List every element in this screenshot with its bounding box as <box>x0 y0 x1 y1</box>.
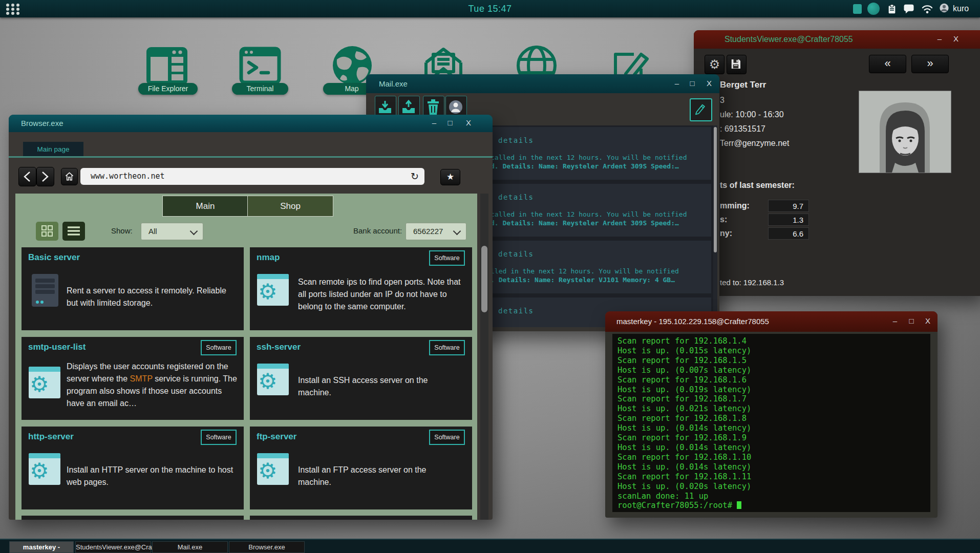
taskbar-item-browser[interactable]: Browser.exe <box>229 541 305 553</box>
chevron-right-icon <box>40 171 50 182</box>
home-icon <box>65 172 74 181</box>
taskbar-item-masterkey[interactable]: masterkey - <box>9 541 74 553</box>
shop-item-ssh-server[interactable]: ssh-server Software ⚙ Install an SSH acc… <box>250 337 472 420</box>
item-description: Displays the user accounts registered on… <box>67 354 241 416</box>
item-description: Rent a server to access it remotely. Rel… <box>67 268 236 326</box>
shop-item-smtp-user-list[interactable]: smtp-user-list Software ⚙ Displays the u… <box>22 337 244 420</box>
grade-label: s: <box>720 215 727 224</box>
browser-scrollbar[interactable] <box>480 194 488 520</box>
scrollbar-thumb[interactable] <box>481 246 487 312</box>
browser-title-bar[interactable]: Browser.exe – □ X <box>9 115 493 132</box>
taskbar-item-mail[interactable]: Mail.exe <box>152 541 228 553</box>
terminal-screen[interactable]: Scan report for 192.168.1.4 Host is up. … <box>612 334 930 512</box>
back-button[interactable] <box>18 167 36 186</box>
save-button[interactable] <box>727 55 747 74</box>
desktop: Tue 15:47 kuro <box>0 0 980 553</box>
mail-details-link[interactable]: details <box>498 193 534 201</box>
terminal-title-bar[interactable]: masterkey - 195.102.229.158@Crafter78055… <box>605 311 938 332</box>
next-student-button[interactable]: » <box>911 55 949 73</box>
home-button[interactable] <box>61 168 78 185</box>
browser-page: Main Shop Show: All Bank account: 656222… <box>15 194 477 520</box>
settings-button[interactable]: ⚙ <box>705 55 725 74</box>
students-title-bar[interactable]: StudentsViewer.exe@Crafter78055 – X <box>694 30 980 49</box>
page-tab-main[interactable]: Main <box>162 196 248 217</box>
mail-details-link[interactable]: details <box>498 250 534 258</box>
shop-item-nmap[interactable]: nmap Software ⚙ Scan remote ips to find … <box>250 247 472 330</box>
grade-value: 1.3 <box>768 214 809 226</box>
maximize-button[interactable]: □ <box>445 119 455 128</box>
outbox-icon <box>401 99 416 115</box>
software-badge: Software <box>429 430 465 445</box>
shop-item-basic-server[interactable]: Basic server Rent a server to access it … <box>22 247 244 330</box>
shop-item-ftp-server[interactable]: ftp-server Software ⚙ Install an FTP acc… <box>250 427 472 509</box>
mail-title-bar[interactable]: Mail.exe – □ X <box>366 74 719 93</box>
user-avatar-icon[interactable] <box>939 3 950 13</box>
minimize-button[interactable]: – <box>934 35 945 44</box>
maximize-button[interactable]: □ <box>687 79 697 89</box>
page-tab-shop[interactable]: Shop <box>247 196 333 217</box>
grid-view-button[interactable] <box>36 222 58 241</box>
taskbar-item-studentsviewer[interactable]: StudentsViewer.exe@Crafter <box>75 541 151 553</box>
refresh-button[interactable]: ↻ <box>407 168 422 185</box>
url-bar[interactable]: www.wortheon.net <box>80 168 424 185</box>
server-icon <box>32 274 58 307</box>
student-schedule: ule: 10:00 - 16:30 <box>720 110 784 119</box>
app-menu-icon[interactable] <box>6 4 20 15</box>
bookmark-button[interactable]: ★ <box>440 169 460 185</box>
clipboard-icon[interactable] <box>887 4 897 14</box>
grade-value: 9.7 <box>768 200 809 212</box>
mail-preview-line: d. Details: Name: Reysteler Ardent 309S … <box>491 219 679 227</box>
mail-preview-line: d. Details: Name: Reysteler Ardent 309S … <box>491 162 679 170</box>
software-icon: ⚙ <box>257 364 289 395</box>
show-filter-dropdown[interactable]: All <box>141 223 203 240</box>
mail-details-link[interactable]: details <box>498 136 534 144</box>
compose-button[interactable] <box>690 98 712 121</box>
window-title: StudentsViewer.exe@Crafter78055 <box>725 35 853 44</box>
window-title: Mail.exe <box>379 79 408 88</box>
close-button[interactable]: X <box>704 79 714 89</box>
clock: Tue 15:47 <box>0 0 980 17</box>
close-button[interactable]: X <box>463 119 474 128</box>
chat-icon[interactable] <box>903 4 915 14</box>
desktop-icon-terminal[interactable]: Terminal <box>236 41 285 92</box>
item-title: ftp-server <box>257 432 296 442</box>
minimize-button[interactable]: – <box>890 317 900 326</box>
scrollbar-thumb[interactable] <box>714 127 717 252</box>
close-button[interactable]: X <box>923 317 933 326</box>
minimize-button[interactable]: – <box>672 79 682 89</box>
bank-account-dropdown[interactable]: 6562227 <box>406 223 466 240</box>
forward-button[interactable] <box>36 167 54 186</box>
dropdown-value: All <box>148 223 157 240</box>
maximize-button[interactable]: □ <box>906 317 917 326</box>
mail-scrollbar[interactable] <box>713 125 717 327</box>
shop-item-http-server[interactable]: http-server Software ⚙ Install an HTTP s… <box>22 427 244 509</box>
mail-preview-line: . Details: Name: Reysteler VJ101 Memory:… <box>491 276 675 284</box>
software-icon: ⚙ <box>29 367 60 398</box>
mail-details-link[interactable]: details <box>498 307 534 315</box>
student-phone: : 691351517 <box>720 124 765 134</box>
software-badge: Software <box>201 340 237 355</box>
connection-status: ted to: 192.168.1.3 <box>720 278 784 287</box>
list-view-button[interactable] <box>62 222 85 241</box>
minimize-button[interactable]: – <box>429 119 439 128</box>
software-icon: ⚙ <box>257 453 289 485</box>
chevrons-left-icon: « <box>884 57 890 70</box>
refresh-icon: ↻ <box>411 171 419 182</box>
contact-avatar-icon <box>448 99 463 115</box>
chevron-down-icon <box>453 227 461 236</box>
prev-student-button[interactable]: « <box>869 55 906 73</box>
item-description: Install an FTP access server on the mach… <box>298 447 457 505</box>
software-icon: ⚙ <box>257 274 289 306</box>
trash-icon <box>426 99 440 115</box>
browser-tab[interactable]: Main page <box>23 142 83 157</box>
wifi-icon[interactable] <box>921 4 934 14</box>
top-bar: Tue 15:47 kuro <box>0 0 980 17</box>
desktop-icon-file-explorer[interactable]: File Explorer <box>142 41 191 92</box>
student-name: Berget Terr <box>720 80 766 90</box>
terminal-prompt[interactable]: root@Crafter78055:/root# <box>617 501 930 511</box>
students-viewer-window: StudentsViewer.exe@Crafter78055 – X ⚙ « … <box>694 30 980 296</box>
close-button[interactable]: X <box>951 35 961 44</box>
grid-view-icon <box>41 225 53 237</box>
tray-app-icon[interactable] <box>853 4 862 14</box>
tray-status-icon[interactable] <box>867 3 880 15</box>
